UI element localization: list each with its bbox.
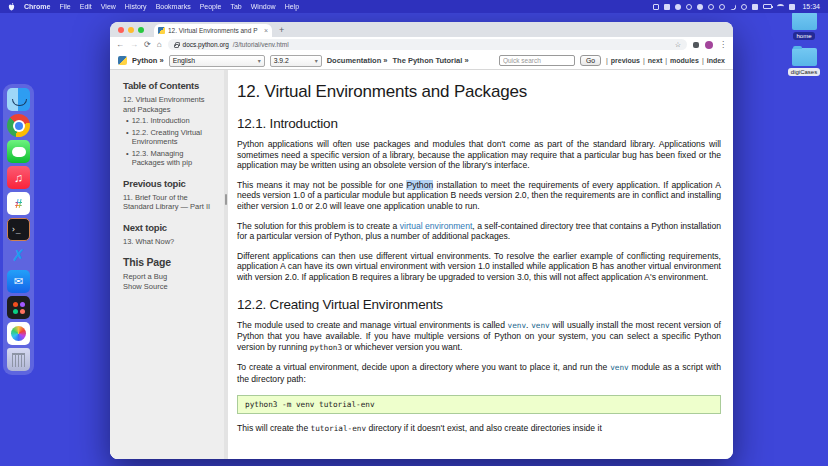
- folder-icon[interactable]: [664, 4, 670, 10]
- paragraph: Different applications can then use diff…: [237, 251, 721, 283]
- desktop-icons: home digiCases: [784, 12, 824, 76]
- wifi-icon[interactable]: [777, 4, 784, 9]
- toc-item-introduction[interactable]: • 12.1. Introduction: [126, 116, 218, 126]
- battery-icon[interactable]: [763, 4, 772, 9]
- dock-item-figma[interactable]: [7, 296, 30, 319]
- menu-item-view[interactable]: View: [101, 3, 116, 10]
- breadcrumb-tutorial[interactable]: The Python Tutorial »: [393, 56, 469, 65]
- paragraph: To create a virtual environment, decide …: [237, 362, 721, 384]
- moon-icon[interactable]: [730, 4, 736, 10]
- camera-icon[interactable]: [697, 4, 703, 10]
- desktop-folder-home[interactable]: home: [784, 12, 824, 40]
- dock-item-vscode[interactable]: ✗: [7, 244, 30, 267]
- menu-item-help[interactable]: Help: [285, 3, 299, 10]
- forward-icon[interactable]: →: [130, 41, 138, 49]
- menu-item-tab[interactable]: Tab: [230, 3, 241, 10]
- main-content: 12. Virtual Environments and Packages 12…: [228, 70, 733, 459]
- paragraph: The module used to create and manage vir…: [237, 320, 721, 354]
- show-source-link[interactable]: Show Source: [123, 282, 218, 292]
- python-home-link[interactable]: Python »: [132, 56, 164, 65]
- language-select[interactable]: English ▾: [169, 55, 265, 67]
- previous-topic-link[interactable]: 11. Brief Tour of the Standard Library —…: [123, 193, 218, 212]
- desktop-folder-digicases[interactable]: digiCases: [784, 48, 824, 76]
- browser-tab[interactable]: 12. Virtual Environments and P ×: [154, 24, 272, 37]
- lock-icon[interactable]: [174, 44, 179, 48]
- quick-search-input[interactable]: [499, 55, 575, 66]
- globe-icon[interactable]: [708, 4, 714, 10]
- sidebar: Table of Contents 12. Virtual Environmen…: [110, 70, 224, 459]
- breadcrumb-documentation[interactable]: Documentation »: [327, 56, 388, 65]
- rel-link-previous[interactable]: previous: [611, 57, 640, 64]
- code-block[interactable]: python3 -m venv tutorial-env: [237, 395, 721, 414]
- profile-avatar[interactable]: [705, 41, 713, 49]
- sidebar-collapse-handle[interactable]: [224, 70, 228, 459]
- close-window-button[interactable]: [118, 27, 124, 33]
- venv-module-link[interactable]: venv: [610, 363, 629, 372]
- menu-item-bookmarks[interactable]: Bookmarks: [156, 3, 191, 10]
- go-button[interactable]: Go: [580, 55, 601, 66]
- back-icon[interactable]: ←: [116, 41, 124, 49]
- venv-module-link[interactable]: venv: [508, 321, 527, 330]
- apple-icon[interactable]: [8, 3, 15, 11]
- language-select-value: English: [173, 57, 195, 64]
- reload-icon[interactable]: ⟳: [144, 41, 151, 49]
- section-heading-introduction: 12.1. Introduction: [237, 116, 721, 131]
- page-title: 12. Virtual Environments and Packages: [237, 82, 721, 102]
- extensions-icon[interactable]: [693, 42, 699, 48]
- previous-topic-title: Previous topic: [123, 178, 218, 189]
- toc-root-link[interactable]: 12. Virtual Environments and Packages: [123, 95, 218, 114]
- rel-link-modules[interactable]: modules: [670, 57, 699, 64]
- dock-item-music[interactable]: ♫: [7, 166, 30, 189]
- dock-item-finder[interactable]: [7, 88, 30, 111]
- venv-module-link[interactable]: venv: [531, 321, 550, 330]
- sidebar-next-topic: Next topic 13. What Now?: [123, 222, 218, 247]
- inline-code: python3: [310, 343, 342, 352]
- chevron-down-icon: ▾: [258, 57, 261, 64]
- paragraph: Python applications will often use packa…: [237, 139, 721, 171]
- dock-item-photos[interactable]: [7, 322, 30, 345]
- dock-item-mail[interactable]: ✉: [7, 270, 30, 293]
- chat-icon[interactable]: [675, 4, 681, 10]
- browser-menu-icon[interactable]: ⋮: [719, 40, 727, 49]
- python-logo-icon: [118, 56, 127, 65]
- screen-mirroring-icon[interactable]: [653, 4, 659, 10]
- zoom-window-button[interactable]: [138, 27, 144, 33]
- sidebar-toc-section: Table of Contents 12. Virtual Environmen…: [123, 80, 218, 168]
- toc-title: Table of Contents: [123, 80, 218, 91]
- home-icon[interactable]: ⌂: [157, 41, 162, 49]
- dock-item-trash[interactable]: [7, 348, 30, 371]
- sync-icon[interactable]: [719, 4, 725, 10]
- dock-item-terminal[interactable]: ›_: [7, 218, 30, 241]
- menu-item-file[interactable]: File: [59, 3, 70, 10]
- url-host: docs.python.org: [183, 41, 229, 48]
- menu-item-history[interactable]: History: [125, 3, 147, 10]
- next-topic-link[interactable]: 13. What Now?: [123, 237, 218, 247]
- menu-item-edit[interactable]: Edit: [80, 3, 92, 10]
- address-bar[interactable]: docs.python.org/3/tutorial/venv.html ☆: [168, 39, 687, 50]
- rel-link-index[interactable]: index: [707, 57, 725, 64]
- dock-item-chrome[interactable]: [7, 114, 30, 137]
- toc-item-creating-venvs[interactable]: • 12.2. Creating Virtual Environments: [126, 128, 218, 147]
- version-select[interactable]: 3.9.2 ▾: [270, 55, 322, 67]
- report-bug-link[interactable]: Report a Bug: [123, 272, 218, 282]
- dock-item-slack[interactable]: #: [7, 192, 30, 215]
- list-icon[interactable]: [789, 4, 795, 10]
- control-center-icon[interactable]: [741, 4, 747, 10]
- bluetooth-icon[interactable]: [752, 4, 758, 10]
- bookmark-star-icon[interactable]: ☆: [675, 41, 681, 49]
- menu-item-people[interactable]: People: [200, 3, 222, 10]
- virtual-environment-link[interactable]: virtual environment: [400, 221, 473, 231]
- record-icon[interactable]: [686, 4, 692, 10]
- this-page-title: This Page: [123, 256, 218, 268]
- tab-close-icon[interactable]: ×: [264, 27, 268, 34]
- section-heading-creating: 12.2. Creating Virtual Environments: [237, 297, 721, 312]
- menu-bar-clock[interactable]: 15:34: [802, 3, 820, 10]
- rel-link-next[interactable]: next: [648, 57, 662, 64]
- menu-item-chrome[interactable]: Chrome: [24, 3, 50, 10]
- toolbar: ← → ⟳ ⌂ docs.python.org/3/tutorial/venv.…: [110, 37, 733, 52]
- dock-item-messages[interactable]: [7, 140, 30, 163]
- new-tab-button[interactable]: +: [279, 25, 284, 35]
- toc-item-managing-pip[interactable]: • 12.3. Managing Packages with pip: [126, 149, 218, 168]
- menu-item-window[interactable]: Window: [251, 3, 276, 10]
- minimize-window-button[interactable]: [128, 27, 134, 33]
